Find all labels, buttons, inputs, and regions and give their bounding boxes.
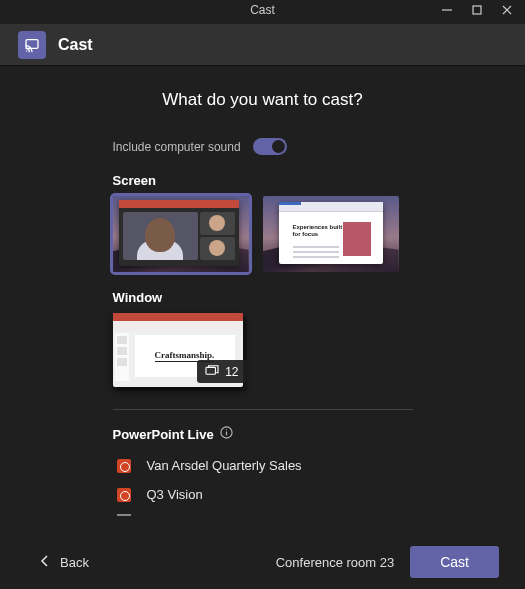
chevron-left-icon — [40, 555, 50, 570]
powerpoint-icon — [117, 459, 131, 473]
pplive-file-name: Q3 Vision — [147, 487, 203, 502]
cast-icon — [18, 31, 46, 59]
pplive-label: PowerPoint Live — [113, 427, 214, 442]
close-icon[interactable] — [501, 4, 513, 19]
powerpoint-icon — [117, 488, 131, 502]
include-sound-toggle[interactable] — [253, 138, 287, 155]
pplive-header: PowerPoint Live — [113, 426, 413, 442]
app-header: Cast — [0, 24, 525, 66]
maximize-icon[interactable] — [471, 4, 483, 19]
window-count: 12 — [225, 365, 238, 379]
info-icon[interactable] — [220, 426, 233, 442]
stack-icon — [205, 364, 219, 379]
doc-headline: Experiences built for focus — [293, 224, 345, 238]
window-thumb-wrap: Craftsmanship. 12 — [113, 313, 249, 387]
divider — [113, 409, 413, 410]
screen-thumbnails: Experiences built for focus — [113, 196, 413, 272]
include-sound-row: Include computer sound — [113, 138, 413, 155]
window-group-label: Window — [113, 290, 413, 305]
teams-window — [119, 200, 239, 266]
toggle-knob — [272, 140, 285, 153]
pplive-file-2[interactable]: Q3 Vision — [113, 483, 413, 512]
pplive-more-indicator — [117, 514, 131, 516]
cast-button[interactable]: Cast — [410, 546, 499, 578]
screen-thumbnail-1[interactable] — [113, 196, 249, 272]
content-section: Include computer sound Screen — [113, 138, 413, 516]
svg-rect-1 — [473, 6, 481, 14]
svg-point-9 — [226, 429, 227, 430]
window-controls — [441, 0, 525, 19]
screen-thumbnail-2[interactable]: Experiences built for focus — [263, 196, 399, 272]
svg-rect-6 — [206, 367, 215, 374]
app-title: Cast — [58, 36, 93, 54]
window-title: Cast — [250, 0, 275, 17]
window-count-badge: 12 — [197, 360, 246, 383]
pplive-file-name: Van Arsdel Quarterly Sales — [147, 458, 302, 473]
svg-point-5 — [26, 50, 27, 51]
footer: Back Conference room 23 Cast — [0, 535, 525, 589]
cast-prompt: What do you want to cast? — [0, 90, 525, 110]
include-sound-label: Include computer sound — [113, 140, 241, 154]
svg-rect-4 — [26, 39, 38, 48]
pplive-file-1[interactable]: Van Arsdel Quarterly Sales — [113, 454, 413, 483]
main-panel: What do you want to cast? Include comput… — [0, 66, 525, 516]
back-button[interactable]: Back — [40, 555, 89, 570]
screen-group-label: Screen — [113, 173, 413, 188]
room-name: Conference room 23 — [276, 555, 395, 570]
word-window: Experiences built for focus — [279, 202, 383, 264]
minimize-icon[interactable] — [441, 4, 453, 19]
back-label: Back — [60, 555, 89, 570]
titlebar: Cast — [0, 0, 525, 24]
